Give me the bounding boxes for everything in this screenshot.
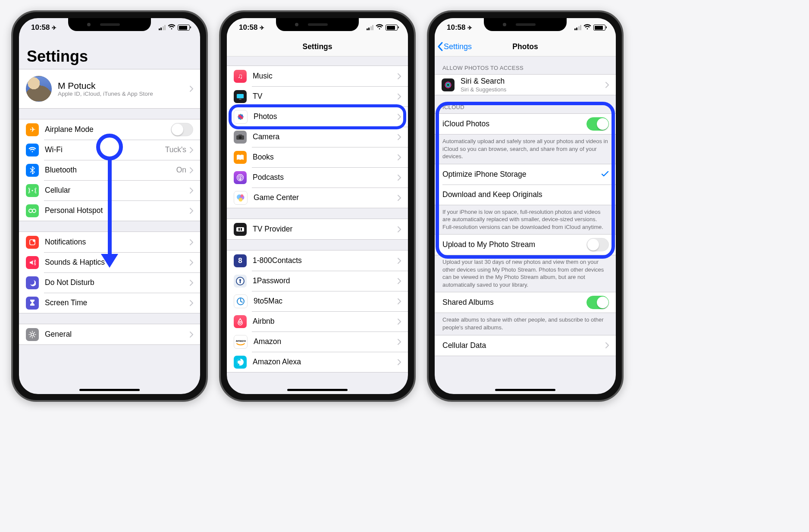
svg-text:amazon: amazon: [236, 339, 246, 342]
gamecenter-icon: [234, 191, 248, 205]
row-alexa[interactable]: Amazon Alexa: [227, 352, 408, 372]
dnd-icon: [26, 276, 39, 289]
row-books[interactable]: Books: [227, 147, 408, 167]
row-tv[interactable]: TV: [227, 86, 408, 106]
home-indicator[interactable]: [79, 389, 140, 391]
app-9to5-icon: [234, 294, 248, 308]
camera-icon: [234, 131, 247, 144]
music-icon: ♫: [234, 70, 247, 83]
wifi-icon: [168, 23, 176, 32]
svg-rect-26: [236, 227, 244, 232]
wifi-icon: [376, 23, 383, 32]
chevron-right-icon: [190, 167, 193, 173]
back-label: Settings: [444, 42, 472, 51]
wifi-label: Wi-Fi: [45, 145, 165, 154]
chevron-right-icon: [398, 339, 401, 345]
row-siri-search[interactable]: Siri & Search Siri & Suggestions: [435, 75, 616, 95]
row-screentime[interactable]: Screen Time: [19, 293, 200, 313]
music-label: Music: [253, 72, 398, 81]
home-indicator[interactable]: [495, 389, 555, 391]
nav-bar: Settings Photos: [435, 37, 616, 56]
row-amazon[interactable]: amazon Amazon: [227, 332, 408, 352]
chevron-right-icon: [398, 114, 401, 120]
row-tvprovider[interactable]: TV Provider: [227, 219, 408, 239]
row-hotspot[interactable]: Personal Hotspot: [19, 200, 200, 221]
siri-title: Siri & Search: [461, 77, 505, 85]
airplane-label: Airplane Mode: [45, 125, 171, 134]
back-button[interactable]: Settings: [437, 42, 472, 51]
row-gamecenter[interactable]: Game Center: [227, 188, 408, 208]
photostream-label: Upload to My Photo Stream: [442, 240, 586, 249]
row-bluetooth[interactable]: Bluetooth On: [19, 160, 200, 180]
chevron-right-icon: [190, 208, 193, 214]
svg-point-24: [239, 197, 243, 201]
row-cellular[interactable]: Cellular: [19, 180, 200, 200]
row-shared-albums[interactable]: Shared Albums: [435, 292, 616, 313]
bluetooth-icon: [26, 164, 39, 177]
row-1800contacts[interactable]: 8 1-800Contacts: [227, 250, 408, 271]
screentime-label: Screen Time: [45, 298, 190, 307]
chevron-right-icon: [398, 175, 401, 181]
chevron-right-icon: [398, 134, 401, 140]
row-photos[interactable]: Photos: [227, 106, 408, 127]
general-icon: [26, 328, 39, 341]
apple-id-subtitle: Apple ID, iCloud, iTunes & App Store: [58, 91, 190, 97]
row-optimize-storage[interactable]: Optimize iPhone Storage: [435, 164, 616, 185]
row-9to5mac[interactable]: 9to5Mac: [227, 291, 408, 311]
nav-title: Photos: [512, 42, 538, 51]
app-1800-icon: 8: [234, 254, 247, 267]
row-airplane-mode[interactable]: ✈︎ Airplane Mode: [19, 119, 200, 140]
sounds-icon: [26, 256, 39, 269]
row-icloud-photos[interactable]: iCloud Photos: [435, 114, 616, 134]
device-notch: [276, 18, 359, 31]
row-1password[interactable]: 1Password: [227, 271, 408, 291]
gamecenter-label: Game Center: [254, 193, 398, 202]
chevron-right-icon: [190, 260, 193, 266]
svg-rect-6: [237, 94, 244, 98]
alexa-label: Amazon Alexa: [253, 357, 398, 366]
nav-bar: Settings: [227, 37, 408, 56]
icloud-photos-toggle[interactable]: [586, 117, 609, 131]
phone-settings-root: 10:58 ✈︎ Settings M Potuck Apple ID, iCl…: [11, 10, 208, 402]
row-wifi[interactable]: Wi-Fi Tuck's: [19, 140, 200, 160]
cellular-data-label: Cellular Data: [442, 341, 605, 350]
app-1password-icon: [234, 275, 247, 288]
row-music[interactable]: ♫ Music: [227, 66, 408, 86]
home-indicator[interactable]: [287, 389, 348, 391]
chevron-right-icon: [398, 94, 401, 100]
airplane-toggle[interactable]: [171, 123, 193, 136]
shared-toggle[interactable]: [586, 296, 609, 309]
chevron-right-icon: [190, 188, 193, 194]
row-photostream[interactable]: Upload to My Photo Stream: [435, 235, 616, 255]
photostream-description: Upload your last 30 days of new photos a…: [435, 255, 616, 292]
cellular-signal-icon: [367, 25, 374, 30]
chevron-right-icon: [398, 226, 401, 232]
sounds-label: Sounds & Haptics: [45, 258, 190, 267]
chevron-right-icon: [398, 278, 401, 284]
cellular-label: Cellular: [45, 186, 190, 195]
svg-point-21: [239, 176, 241, 178]
camera-label: Camera: [253, 132, 398, 141]
apple-id-row[interactable]: M Potuck Apple ID, iCloud, iTunes & App …: [19, 69, 200, 108]
row-sounds[interactable]: Sounds & Haptics: [19, 252, 200, 272]
row-download-originals[interactable]: Download and Keep Originals: [435, 185, 616, 205]
row-dnd[interactable]: Do Not Disturb: [19, 272, 200, 293]
storage-description: If your iPhone is low on space, full-res…: [435, 205, 616, 235]
row-airbnb[interactable]: Airbnb: [227, 311, 408, 332]
row-podcasts[interactable]: Podcasts: [227, 167, 408, 188]
chevron-right-icon: [398, 258, 401, 264]
chevron-right-icon: [398, 73, 401, 79]
hotspot-icon: [26, 204, 39, 217]
row-cellular-data[interactable]: Cellular Data: [435, 335, 616, 356]
row-general[interactable]: General: [19, 324, 200, 344]
row-camera[interactable]: Camera: [227, 127, 408, 147]
row-notifications[interactable]: Notifications: [19, 232, 200, 252]
notifications-icon: [26, 236, 39, 249]
photostream-toggle[interactable]: [586, 238, 609, 251]
chevron-right-icon: [190, 239, 193, 245]
screentime-icon: [26, 297, 39, 310]
airplane-icon: ✈︎: [26, 123, 39, 136]
icloud-photos-label: iCloud Photos: [442, 119, 586, 128]
svg-point-4: [33, 239, 35, 242]
wifi-detail: Tuck's: [165, 145, 186, 154]
